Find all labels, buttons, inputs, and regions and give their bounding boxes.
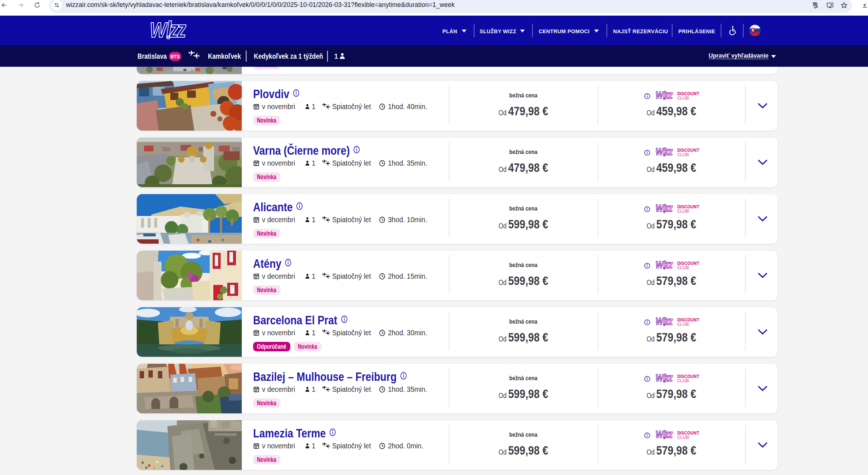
svg-text:W: W <box>655 317 664 326</box>
svg-text:W: W <box>655 373 664 383</box>
svg-text:W: W <box>655 204 664 213</box>
svg-text:W: W <box>150 20 168 40</box>
svg-text:W: W <box>655 430 664 439</box>
svg-text:W: W <box>655 147 664 157</box>
svg-text:W: W <box>655 90 664 100</box>
svg-text:W: W <box>655 260 664 270</box>
